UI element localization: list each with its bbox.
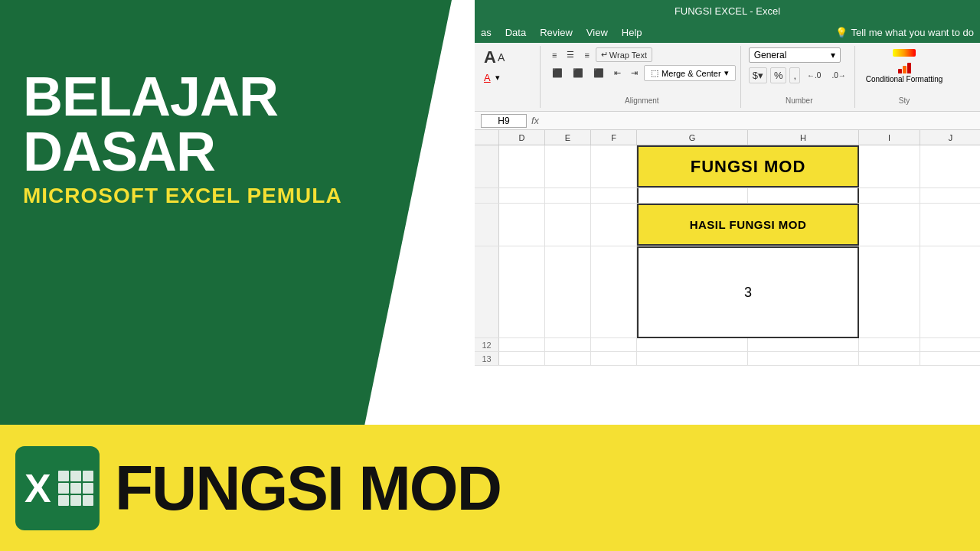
number-label: Number — [786, 96, 813, 106]
name-box[interactable] — [481, 114, 527, 128]
menu-item-as[interactable]: as — [481, 27, 492, 38]
align-bottom-right-btn[interactable]: ⬛ — [590, 66, 608, 80]
menu-item-data[interactable]: Data — [505, 27, 526, 38]
wrap-text-label: Wrap Text — [609, 51, 647, 60]
currency-btn[interactable]: $▾ — [749, 67, 767, 83]
cell-f13[interactable] — [591, 352, 637, 365]
alignment-group: ≡ ☰ ≡ ↵ Wrap Text ⬛ ⬛ ⬛ ⇤ ⇥ ⬚ M — [544, 46, 741, 108]
font-color-icon: ▾ — [495, 73, 500, 83]
align-center-btn[interactable]: ☰ — [563, 47, 578, 62]
col-header-d[interactable]: D — [499, 130, 545, 145]
cell-f12[interactable] — [591, 338, 637, 351]
col-header-h[interactable]: H — [748, 130, 859, 145]
row-num-5 — [475, 145, 499, 187]
cell-gh8-value[interactable]: 3 — [637, 246, 859, 338]
cell-e7[interactable] — [545, 204, 591, 246]
indent-left-btn[interactable]: ⇤ — [610, 66, 625, 80]
cell-g6[interactable] — [637, 188, 748, 203]
col-header-i[interactable]: I — [859, 130, 920, 145]
cf-label: Conditional Formatting — [866, 75, 943, 84]
cf-highlight-icon — [893, 49, 916, 57]
align-left-btn[interactable]: ≡ — [548, 48, 560, 62]
table-row: 13 — [475, 352, 980, 366]
banner-text: FUNGSI MOD — [115, 452, 501, 524]
cell-e12[interactable] — [545, 338, 591, 351]
mod-text: MOD — [764, 157, 805, 177]
number-group: General ▾ $▾ % , ←.0 .0→ Number — [744, 46, 855, 108]
cell-e6[interactable] — [545, 188, 591, 203]
cell-e13[interactable] — [545, 352, 591, 365]
cell-d12[interactable] — [499, 338, 545, 351]
cell-d6[interactable] — [499, 188, 545, 203]
styles-group: Conditional Formatting Sty — [858, 46, 951, 108]
wrap-text-btn[interactable]: ↵ Wrap Text — [596, 47, 652, 62]
percent-btn[interactable]: % — [770, 67, 787, 83]
cell-g13[interactable] — [637, 352, 748, 365]
conditional-formatting-btn[interactable]: Conditional Formatting — [863, 47, 946, 86]
cell-i8[interactable] — [859, 246, 920, 337]
cell-i6[interactable] — [859, 188, 920, 203]
cell-value-3: 3 — [744, 285, 752, 301]
menu-item-help[interactable]: Help — [622, 27, 642, 38]
cell-f7[interactable] — [591, 204, 637, 246]
row-num-13: 13 — [475, 352, 499, 365]
cell-h12[interactable] — [748, 338, 859, 351]
number-format-dropdown[interactable]: General ▾ — [749, 47, 841, 63]
cell-j12[interactable] — [920, 338, 980, 351]
merge-center-btn[interactable]: ⬚ Merge & Center ▾ — [644, 65, 736, 81]
indent-right-btn[interactable]: ⇥ — [627, 66, 642, 80]
align-right-btn[interactable]: ≡ — [580, 48, 593, 62]
increase-decimal-btn[interactable]: .0→ — [828, 69, 849, 82]
fx-label: fx — [531, 115, 539, 126]
ribbon-tools: A A A ▾ ≡ ☰ ≡ ↵ Wrap Text — [475, 43, 980, 112]
cell-d13[interactable] — [499, 352, 545, 365]
cell-d5[interactable] — [499, 145, 545, 187]
comma-btn[interactable]: , — [789, 67, 800, 83]
cell-d7[interactable] — [499, 204, 545, 246]
cell-g12[interactable] — [637, 338, 748, 351]
align-bottom-left-btn[interactable]: ⬛ — [548, 66, 567, 80]
underline-icon[interactable]: A — [484, 72, 491, 83]
title-block: BELAJAR DASAR MICROSOFT EXCEL PEMULA — [23, 69, 452, 208]
cell-f6[interactable] — [591, 188, 637, 203]
col-header-e[interactable]: E — [545, 130, 591, 145]
align-bottom-center-btn[interactable]: ⬛ — [569, 66, 587, 80]
cell-gh5-fungsi-mod[interactable]: FUNGSI MOD — [637, 145, 859, 187]
cf-bar-2 — [903, 66, 906, 73]
cell-j6[interactable] — [920, 188, 980, 203]
table-row: 12 — [475, 338, 980, 352]
fungsi-text: FUNGSI — [691, 157, 764, 177]
cell-d8[interactable] — [499, 246, 545, 337]
cell-f5[interactable] — [591, 145, 637, 187]
col-header-f[interactable]: F — [591, 130, 637, 145]
row-num-12: 12 — [475, 338, 499, 351]
cell-e8[interactable] — [545, 246, 591, 337]
font-size-small-icon: A — [498, 51, 505, 64]
menu-item-review[interactable]: Review — [540, 27, 573, 38]
cell-j7[interactable] — [920, 204, 980, 246]
cell-i5[interactable] — [859, 145, 920, 187]
cell-j5[interactable] — [920, 145, 980, 187]
spreadsheet: D E F G H I J // Will be generated below… — [475, 130, 980, 366]
formula-input[interactable] — [544, 116, 974, 126]
row-num-7 — [475, 204, 499, 246]
merge-center-label: Merge & Center — [662, 69, 721, 78]
cell-gh7-hasil[interactable]: HASIL FUNGSI MOD — [637, 204, 859, 246]
cell-i12[interactable] — [859, 338, 920, 351]
col-header-j[interactable]: J — [920, 130, 980, 145]
font-size-icon: A — [484, 47, 496, 67]
menu-item-view[interactable]: View — [586, 27, 608, 38]
decrease-decimal-btn[interactable]: ←.0 — [803, 69, 825, 82]
cell-h13[interactable] — [748, 352, 859, 365]
cell-e5[interactable] — [545, 145, 591, 187]
cell-j8[interactable] — [920, 246, 980, 337]
col-header-g[interactable]: G — [637, 130, 748, 145]
cell-i13[interactable] — [859, 352, 920, 365]
cell-i7[interactable] — [859, 204, 920, 246]
cell-h6[interactable] — [748, 188, 859, 203]
tell-me-box[interactable]: 💡 Tell me what you want to do — [835, 27, 974, 38]
cell-f8[interactable] — [591, 246, 637, 337]
hasil-text: HASIL FUNGSI MOD — [690, 218, 807, 231]
cell-j13[interactable] — [920, 352, 980, 365]
table-row — [475, 188, 980, 204]
